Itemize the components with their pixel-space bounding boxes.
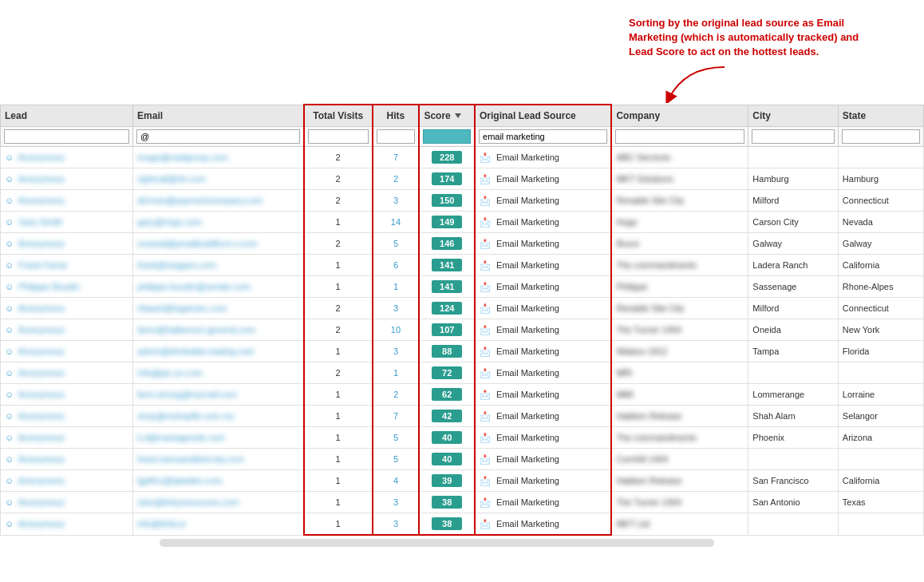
- lead-name[interactable]: Anonymous: [18, 454, 65, 464]
- cell-state: California: [838, 470, 923, 492]
- source-label: Email Marketing: [496, 325, 559, 335]
- email-source-icon: 📩: [480, 152, 491, 162]
- cell-visits: 1: [304, 449, 373, 470]
- filter-hits-input[interactable]: [377, 129, 416, 144]
- lead-name[interactable]: Gary Smith: [18, 217, 62, 227]
- source-label: Email Marketing: [496, 239, 559, 248]
- cell-source: 📩 Email Marketing: [475, 492, 611, 513]
- lead-name[interactable]: Anonymous: [18, 346, 65, 356]
- lead-name[interactable]: Anonymous: [18, 497, 65, 507]
- lead-name[interactable]: Anonymous: [18, 519, 65, 529]
- lead-name[interactable]: Anonymous: [18, 390, 65, 399]
- lead-name[interactable]: Frank Farrar: [18, 260, 67, 270]
- user-icon: ☺: [5, 368, 14, 378]
- filter-score-input[interactable]: [423, 129, 471, 144]
- cell-lead: ☺ Anonymous: [1, 384, 133, 406]
- lead-name[interactable]: Anonymous: [18, 476, 65, 485]
- user-icon: ☺: [5, 217, 14, 227]
- cell-source: 📩 Email Marketing: [475, 255, 611, 276]
- lead-name[interactable]: Anonymous: [18, 325, 65, 335]
- cell-city: Sassenage: [748, 276, 838, 298]
- source-label: Email Marketing: [496, 196, 559, 205]
- filter-email-cell: [133, 127, 304, 147]
- cell-lead: ☺ Anonymous: [1, 513, 133, 536]
- cell-company: MRl: [611, 362, 748, 384]
- filter-city-input[interactable]: [752, 129, 834, 144]
- cell-lead: ☺ Anonymous: [1, 427, 133, 449]
- score-badge: 40: [432, 453, 462, 465]
- score-badge: 228: [432, 151, 462, 164]
- lead-name[interactable]: Anonymous: [18, 174, 65, 184]
- company-name: MKT Solutions: [616, 174, 673, 184]
- lead-name[interactable]: Anonymous: [18, 368, 65, 378]
- score-badge: 124: [432, 302, 462, 315]
- cell-email: info@linfa.io: [133, 513, 304, 536]
- cell-score: 42: [419, 406, 475, 427]
- cell-company: The Turner 1404: [611, 492, 748, 513]
- source-label: Email Marketing: [496, 174, 559, 184]
- th-company: Company: [611, 105, 748, 127]
- cell-visits: 1: [304, 276, 373, 298]
- cell-source: 📩 Email Marketing: [475, 298, 611, 319]
- score-badge: 88: [432, 345, 462, 358]
- cell-visits: 1: [304, 492, 373, 513]
- cell-state: Connecticut: [838, 298, 923, 319]
- source-label: Email Marketing: [496, 217, 559, 227]
- lead-name[interactable]: Anonymous: [18, 239, 65, 248]
- company-name: Cornhill 1404: [616, 454, 668, 464]
- filter-source-input[interactable]: [479, 129, 607, 144]
- table-row: ☺ Anonymous info@jac-yo.com 2 1 72 📩 Ema…: [1, 362, 924, 384]
- cell-email: farm.strong@mymail.com: [133, 384, 304, 406]
- cell-email: gary@ringo.com: [133, 212, 304, 233]
- sort-icon[interactable]: [455, 113, 461, 118]
- cell-lead: ☺ Anonymous: [1, 449, 133, 470]
- cell-hits: 7: [373, 147, 420, 168]
- lead-name[interactable]: Anonymous: [18, 152, 65, 162]
- cell-hits: 14: [373, 212, 420, 233]
- email-source-icon: 📩: [480, 174, 491, 184]
- cell-score: 39: [419, 470, 475, 492]
- email-source-icon: 📩: [480, 260, 491, 270]
- cell-score: 149: [419, 212, 475, 233]
- cell-source: 📩 Email Marketing: [475, 384, 611, 406]
- lead-name[interactable]: Anonymous: [18, 303, 65, 313]
- source-label: Email Marketing: [496, 519, 559, 529]
- lead-name[interactable]: Philippe Boudin: [18, 282, 79, 291]
- cell-company: ABC Services: [611, 147, 748, 168]
- email-value: odor@linkyresources.com: [137, 497, 239, 507]
- cell-company: MKT Ltd: [611, 513, 748, 536]
- cell-source: 📩 Email Marketing: [475, 362, 611, 384]
- cell-state: Galway: [838, 233, 923, 255]
- cell-email: k.d@managersite.com: [133, 427, 304, 449]
- score-badge: 141: [432, 280, 462, 293]
- table-row: ☺ Philippe Boudin philippe.boudin@sender…: [1, 276, 924, 298]
- email-value: shop@mshopffe.com.my: [137, 411, 235, 421]
- cell-company: MKT Solutions: [611, 168, 748, 190]
- cell-visits: 2: [304, 298, 373, 319]
- filter-visits-input[interactable]: [308, 129, 369, 144]
- cell-source: 📩 Email Marketing: [475, 470, 611, 492]
- cell-state: Florida: [838, 341, 923, 362]
- cell-city: San Francisco: [748, 470, 838, 492]
- table-row: ☺ Anonymous farm.strong@mymail.com 1 2 6…: [1, 384, 924, 406]
- filter-email-input[interactable]: [136, 129, 300, 144]
- filter-company-input[interactable]: [615, 129, 744, 144]
- cell-company: The commandments: [611, 255, 748, 276]
- lead-name[interactable]: Anonymous: [18, 196, 65, 205]
- source-label: Email Marketing: [496, 303, 559, 313]
- cell-visits: 1: [304, 406, 373, 427]
- cell-city: [748, 362, 838, 384]
- email-value: k.d@managersite.com: [137, 433, 225, 442]
- filter-lead-input[interactable]: [4, 129, 129, 144]
- table-row: ☺ Anonymous shop@mshopffe.com.my 1 7 42 …: [1, 406, 924, 427]
- score-badge: 38: [432, 517, 462, 530]
- cell-visits: 1: [304, 212, 373, 233]
- cell-lead: ☺ Gary Smith: [1, 212, 133, 233]
- email-value: philippe.boudin@sender.com: [137, 282, 251, 291]
- cell-visits: 2: [304, 233, 373, 255]
- lead-name[interactable]: Anonymous: [18, 433, 65, 442]
- scrollbar[interactable]: [160, 539, 714, 547]
- cell-score: 228: [419, 147, 475, 168]
- filter-state-input[interactable]: [842, 129, 920, 144]
- lead-name[interactable]: Anonymous: [18, 411, 65, 421]
